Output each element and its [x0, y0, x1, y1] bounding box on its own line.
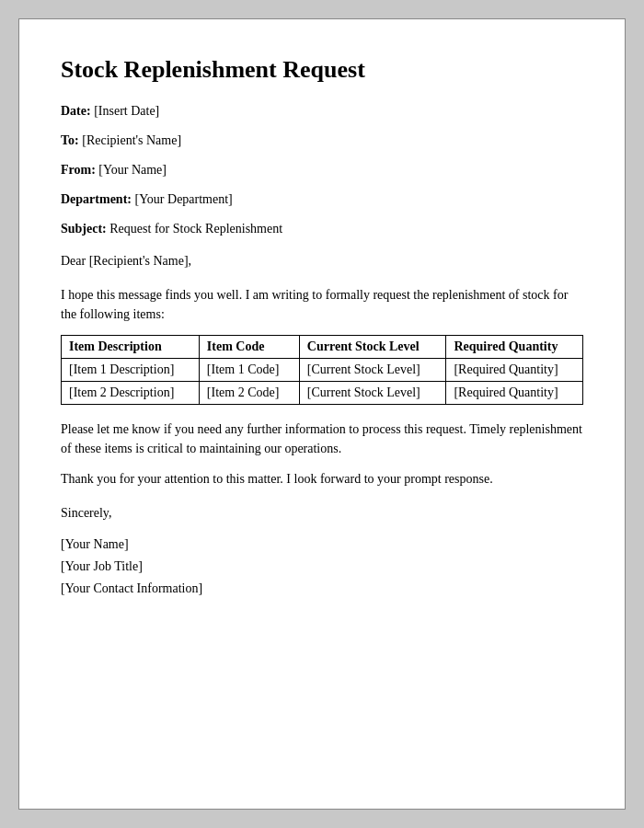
meta-date: Date: [Insert Date] [61, 104, 583, 119]
salutation: Dear [Recipient's Name], [61, 251, 583, 270]
col-header-code: Item Code [199, 336, 299, 359]
table-cell-0-1: [Item 1 Code] [199, 359, 299, 382]
table-row: [Item 2 Description][Item 2 Code][Curren… [62, 382, 583, 405]
meta-department: Department: [Your Department] [61, 192, 583, 207]
signature-contact: [Your Contact Information] [61, 578, 583, 600]
table-cell-0-2: [Current Stock Level] [299, 359, 446, 382]
body-paragraph-3: Thank you for your attention to this mat… [61, 469, 583, 489]
to-label: To: [61, 133, 79, 147]
body-paragraph-2: Please let me know if you need any furth… [61, 420, 583, 458]
col-header-description: Item Description [62, 336, 200, 359]
items-table: Item Description Item Code Current Stock… [61, 335, 583, 405]
table-cell-1-3: [Required Quantity] [446, 382, 583, 405]
subject-value: Request for Stock Replenishment [109, 222, 282, 236]
closing: Sincerely, [61, 503, 583, 523]
signature-title: [Your Job Title] [61, 556, 583, 578]
signature-block: [Your Name] [Your Job Title] [Your Conta… [61, 534, 583, 599]
table-cell-0-0: [Item 1 Description] [62, 359, 200, 382]
signature-name: [Your Name] [61, 534, 583, 556]
date-label: Date: [61, 104, 91, 118]
meta-subject: Subject: Request for Stock Replenishment [61, 222, 583, 236]
table-row: [Item 1 Description][Item 1 Code][Curren… [62, 359, 583, 382]
table-cell-0-3: [Required Quantity] [446, 359, 583, 382]
from-label: From: [61, 163, 96, 177]
date-value: [Insert Date] [94, 104, 159, 118]
col-header-quantity: Required Quantity [446, 336, 583, 359]
subject-label: Subject: [61, 222, 107, 236]
table-cell-1-2: [Current Stock Level] [299, 382, 446, 405]
table-cell-1-0: [Item 2 Description] [62, 382, 200, 405]
to-value: [Recipient's Name] [82, 133, 181, 147]
meta-to: To: [Recipient's Name] [61, 133, 583, 148]
meta-from: From: [Your Name] [61, 163, 583, 178]
department-label: Department: [61, 192, 132, 206]
table-cell-1-1: [Item 2 Code] [199, 382, 299, 405]
document: Stock Replenishment Request Date: [Inser… [18, 18, 626, 810]
table-header-row: Item Description Item Code Current Stock… [62, 336, 583, 359]
document-title: Stock Replenishment Request [61, 56, 583, 84]
from-value: [Your Name] [98, 163, 167, 177]
department-value: [Your Department] [134, 192, 232, 206]
col-header-stock: Current Stock Level [299, 336, 446, 359]
body-paragraph-1: I hope this message finds you well. I am… [61, 285, 583, 324]
